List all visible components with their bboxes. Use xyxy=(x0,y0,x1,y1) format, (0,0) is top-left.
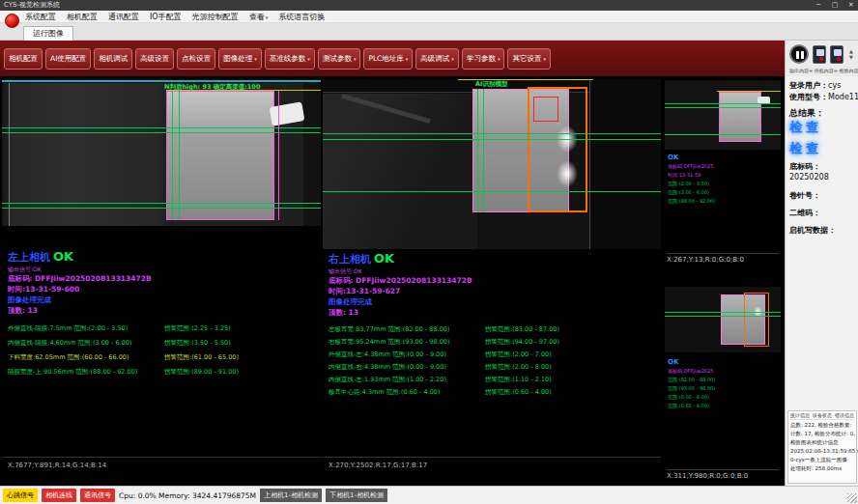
camera-left-title: 左上相机 xyxy=(8,251,50,264)
toolbar-button-test-params[interactable]: 测试参数▾ xyxy=(318,48,361,70)
camera-monitor-button-1[interactable] xyxy=(813,45,826,64)
right-sidebar: 登录用户：cys 使用型号：Mode11 总结果： 检查 检查 底标码： 202… xyxy=(785,76,858,486)
toolbar-button-camera-debug[interactable]: 相机调试 xyxy=(94,48,132,70)
yellow-guide-line xyxy=(717,91,781,92)
green-guide-line-vertical xyxy=(179,91,180,220)
chevron-down-icon: ▾ xyxy=(307,56,310,62)
chevron-down-icon: ▾ xyxy=(254,56,257,62)
qr-code-label: 二维码： xyxy=(789,208,820,218)
camera-link-indicator: 相机连线 xyxy=(42,489,76,502)
green-guide-line xyxy=(665,134,781,135)
comm-signal-indicator: 通讯信号 xyxy=(80,489,115,502)
toolbar-button-spot-check[interactable]: 点检设置 xyxy=(177,48,215,70)
menu-item-view[interactable]: 查看▾ xyxy=(249,12,269,22)
scroll-down-icon[interactable]: ▼ xyxy=(849,54,853,60)
preview-line: 范围:(88.00 - 92.00) xyxy=(668,197,715,206)
tab-run-image[interactable]: 运行图像 xyxy=(23,26,73,41)
preview-line: 范围:(0.00 - 9.00) xyxy=(668,393,715,402)
menu-item-language-switch[interactable]: 系统语言切换 xyxy=(278,12,325,22)
minimize-button[interactable]: ─ xyxy=(814,0,823,11)
camera-left-count: 顶数: 13 xyxy=(8,305,317,316)
tab-stats-info[interactable]: 统计信息 xyxy=(790,412,810,418)
menu-item-comm-config[interactable]: 通讯配置 xyxy=(108,12,139,22)
preview-top-coordinates: X:267;Y:13;R:0;G:0;B:0 xyxy=(667,253,779,264)
green-guide-line-vertical xyxy=(483,89,484,212)
toolbar-button-ai-use-config[interactable]: AI使用配置 xyxy=(45,48,91,70)
camera-mid-title: 右上相机 xyxy=(329,253,371,266)
maximize-button[interactable]: ▢ xyxy=(830,0,840,11)
camera-mid-image[interactable]: AI识别模型 xyxy=(323,79,661,249)
preview-bottom-panel: OK 底标码:DFFJiiw2025 范围:(82.00 - 88.00) 范围… xyxy=(663,271,783,484)
total-result-value-2: 检查 xyxy=(789,140,822,157)
output-stop-check-note: 输出内容= 停机内容= 检验内容= xyxy=(789,68,856,73)
toolbar-button-baseline-params[interactable]: 基准线参数▾ xyxy=(265,48,315,70)
preview-top-image[interactable] xyxy=(665,80,781,150)
login-user-value: cys xyxy=(828,81,841,90)
preview-top-panel: OK 底标码:DFFJiiw2025 时间:13-31-59 范围:(2.00 … xyxy=(663,78,783,267)
connector-blob xyxy=(270,101,305,126)
measurement-row: 下料宽度:62.05mm 范围:(60.00 - 66.00)拐警范围:(61.… xyxy=(8,350,317,365)
camera-left-barcode: 底标码: DFFJiiw2025020813313472B xyxy=(8,273,317,284)
measurement-row: 极耳中心距:4.3mm 范围:(0.60 - 4.00)拐警范围:(0.60 -… xyxy=(329,386,657,399)
pause-button[interactable] xyxy=(789,44,809,64)
dark-right-region xyxy=(589,79,661,249)
camera-mid-panel: AI识别模型 右上相机OK 输出信号:OK 底标码: DFFJiiw202502… xyxy=(323,76,661,484)
toolbar: 相机配置 AI使用配置 相机调试 高级设置 点检设置 图像处理▾ 基准线参数▾ … xyxy=(0,41,785,76)
machinery-region xyxy=(323,94,477,249)
red-roi-box xyxy=(533,97,558,122)
preview-line: 底标码:DFFJiiw2025 xyxy=(668,162,715,171)
dark-right-region xyxy=(303,83,321,226)
green-guide-line xyxy=(2,132,321,133)
green-guide-line-vertical xyxy=(172,91,173,220)
tab-row: 运行图像 xyxy=(0,23,858,41)
close-button[interactable]: ✕ xyxy=(846,0,856,11)
toolbar-button-plc-address[interactable]: PLC地址库▾ xyxy=(363,48,413,70)
camera-left-result-row: 左上相机OK xyxy=(8,246,317,265)
camera-left-process-status: 图像处理完成 xyxy=(8,294,317,305)
tab-device-status[interactable]: 设备状态 xyxy=(813,412,832,418)
cpu-memory-text: Cpu: 0.0% Memory: 3424.41796875M xyxy=(119,491,256,500)
toolbar-button-image-processing[interactable]: 图像处理▾ xyxy=(218,48,262,70)
toolbar-button-other-settings[interactable]: 其它设置▾ xyxy=(507,48,551,70)
measurement-row: 内侧直线-隔膜:4.60mm 范围:(3.00 - 6.00)拐警范围:(3.5… xyxy=(8,336,317,350)
camera-left-signal: 输出信号:OK xyxy=(8,265,317,273)
machine-edge xyxy=(9,83,10,226)
camera-monitor-button-2[interactable] xyxy=(830,45,844,64)
barcode-value: 20250208 xyxy=(789,173,829,182)
camera-left-image[interactable]: N判后high: 93 确定高度值:100 xyxy=(2,83,321,226)
measurement-row: 隔膜宽度-上:90.56mm 范围:(88.00 - 92.00)拐警范围:(8… xyxy=(8,365,317,379)
menu-item-camera-config[interactable]: 相机配置 xyxy=(67,12,98,22)
toolbar-button-advanced-debug[interactable]: 高级调试▾ xyxy=(415,48,459,70)
green-guide-line xyxy=(323,133,661,134)
green-guide-line-vertical xyxy=(477,89,478,212)
menu-item-system-config[interactable]: 系统配置 xyxy=(25,12,56,22)
camera-mid-process-status: 图像处理完成 xyxy=(329,296,657,307)
magenta-guide-line xyxy=(278,91,279,220)
divider xyxy=(323,457,661,458)
preview-bottom-image[interactable] xyxy=(665,287,781,352)
toolbar-button-learning-params[interactable]: 学习参数▾ xyxy=(462,48,505,70)
cys-logo-icon xyxy=(5,14,19,28)
toolbar-button-advanced-settings[interactable]: 高级设置 xyxy=(135,48,174,70)
camera-mid-barcode: 底标码: DFFJiiw2025020813313472B xyxy=(329,275,657,286)
tab-error-info[interactable]: 错误信息 xyxy=(835,412,854,418)
preview-line: 范围:(2.00 - 3.50) xyxy=(668,180,715,188)
menu-item-io-config[interactable]: IO手配置 xyxy=(150,12,182,22)
preview-bottom-ok: OK xyxy=(668,358,715,367)
title-bar: CYS-视觉检测系统 ─ ▢ ✕ xyxy=(0,0,858,11)
resize-grip[interactable] xyxy=(847,493,857,503)
green-guide-line xyxy=(2,208,321,209)
menu-item-light-config[interactable]: 光源控制配置 xyxy=(192,12,239,22)
status-bar: 心跳信号 相机连线 通讯信号 Cpu: 0.0% Memory: 3424.41… xyxy=(0,486,858,504)
green-guide-line xyxy=(665,316,781,317)
divider xyxy=(2,457,321,458)
camera-left-panel: N判后high: 93 确定高度值:100 左上相机OK 输出信号:OK 底标码… xyxy=(2,76,321,484)
battery-region xyxy=(166,91,274,220)
camera-mid-coordinates: X:270;Y:2502;R:17;G:17;B:17 xyxy=(329,462,427,469)
heartbeat-indicator: 心跳信号 xyxy=(3,489,38,502)
chevron-down-icon: ▾ xyxy=(451,56,454,62)
green-guide-line xyxy=(665,312,781,313)
bright-blob xyxy=(557,160,578,187)
camera-left-time: 时间:13-31-59-600 xyxy=(8,284,317,294)
toolbar-button-camera-config[interactable]: 相机配置 xyxy=(4,48,43,70)
